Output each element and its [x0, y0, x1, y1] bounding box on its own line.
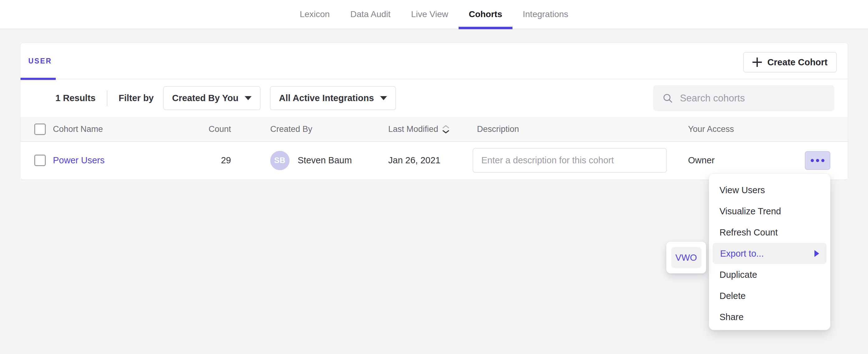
header-count: Count: [158, 124, 231, 134]
ellipsis-icon: [816, 159, 819, 162]
row-actions-menu: View Users Visualize Trend Refresh Count…: [709, 174, 830, 330]
cohort-count: 29: [158, 155, 231, 165]
tab-integrations[interactable]: Integrations: [513, 0, 579, 29]
search-cohorts-box[interactable]: [653, 85, 834, 111]
tab-integrations-label: Integrations: [523, 9, 568, 19]
select-all-checkbox[interactable]: [34, 124, 46, 135]
filter-bar: 1 Results Filter by Created By You All A…: [21, 79, 848, 117]
export-submenu: VWO: [666, 242, 706, 273]
table-header: Cohort Name Count Created By Last Modifi…: [21, 117, 848, 142]
table-row: Power Users 29 SB Steven Baum Jan 26, 20…: [21, 142, 848, 179]
panel-tab-bar: USER Create Cohort: [21, 43, 848, 79]
tab-live-view-label: Live View: [411, 9, 448, 19]
tab-cohorts-label: Cohorts: [469, 9, 502, 19]
ellipsis-icon: [821, 159, 825, 162]
header-your-access: Your Access: [688, 124, 791, 134]
search-icon: [662, 92, 673, 104]
divider: [107, 90, 107, 106]
header-description: Description: [473, 124, 688, 134]
created-by-name: Steven Baum: [298, 155, 352, 165]
export-option-vwo[interactable]: VWO: [671, 247, 702, 268]
cohorts-panel: USER Create Cohort 1 Results Filter by C…: [20, 43, 848, 180]
created-by-dropdown[interactable]: Created By You: [163, 86, 260, 110]
last-modified-cell: Jan 26, 2021: [388, 155, 473, 165]
chevron-down-icon: [245, 96, 252, 100]
create-cohort-label: Create Cohort: [768, 57, 828, 67]
tab-user[interactable]: USER: [28, 57, 52, 65]
row-checkbox[interactable]: [34, 155, 46, 166]
chevron-down-icon: [380, 96, 387, 100]
created-by-cell: SB Steven Baum: [231, 151, 388, 170]
submenu-arrow-icon: [814, 250, 819, 257]
tab-user-active-underline: [21, 78, 56, 80]
integrations-dropdown-label: All Active Integrations: [279, 93, 374, 103]
cohort-name-link[interactable]: Power Users: [53, 155, 104, 165]
tab-lexicon[interactable]: Lexicon: [289, 0, 340, 29]
menu-item-refresh-count[interactable]: Refresh Count: [709, 222, 830, 243]
tab-data-audit-label: Data Audit: [350, 9, 391, 19]
tab-cohorts[interactable]: Cohorts: [459, 0, 513, 29]
access-cell: Owner: [688, 155, 791, 165]
row-actions-button[interactable]: [805, 151, 830, 170]
header-last-modified[interactable]: Last Modified: [388, 124, 473, 134]
filter-by-label: Filter by: [119, 93, 154, 103]
header-created-by: Created By: [231, 124, 388, 134]
menu-item-visualize-trend[interactable]: Visualize Trend: [709, 201, 830, 222]
created-by-dropdown-label: Created By You: [172, 93, 239, 103]
tab-live-view[interactable]: Live View: [401, 0, 458, 29]
description-input[interactable]: [473, 148, 667, 173]
integrations-dropdown[interactable]: All Active Integrations: [270, 86, 396, 110]
menu-item-duplicate[interactable]: Duplicate: [709, 264, 830, 285]
avatar: SB: [270, 151, 289, 170]
tab-lexicon-label: Lexicon: [300, 9, 330, 19]
search-cohorts-input[interactable]: [680, 93, 825, 104]
create-cohort-button[interactable]: Create Cohort: [743, 52, 837, 72]
menu-item-export-to-label: Export to...: [720, 249, 764, 259]
plus-icon: [752, 58, 762, 67]
menu-item-share[interactable]: Share: [709, 307, 830, 327]
header-last-modified-label: Last Modified: [388, 124, 438, 134]
tab-data-audit[interactable]: Data Audit: [340, 0, 401, 29]
header-cohort-name: Cohort Name: [53, 124, 158, 134]
ellipsis-icon: [811, 159, 814, 162]
results-count: 1 Results: [55, 93, 96, 103]
menu-item-view-users[interactable]: View Users: [709, 180, 830, 201]
sort-icon: [442, 125, 450, 134]
top-navigation: Lexicon Data Audit Live View Cohorts Int…: [0, 0, 868, 29]
menu-item-export-to[interactable]: Export to...: [713, 243, 827, 264]
menu-item-delete[interactable]: Delete: [709, 285, 830, 307]
